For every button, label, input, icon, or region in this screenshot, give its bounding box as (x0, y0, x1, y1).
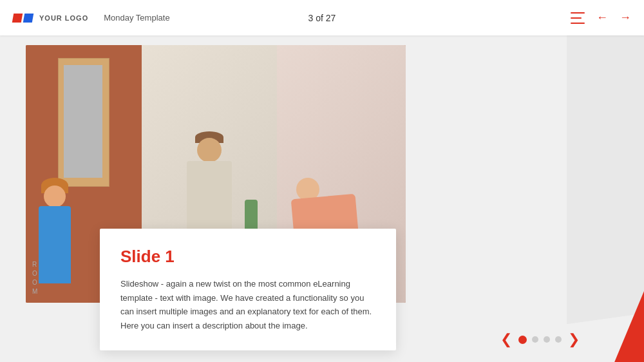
dot-1[interactable] (518, 336, 527, 344)
next-slide-button[interactable]: ❯ (568, 331, 580, 348)
slide-title: Slide 1 (120, 247, 375, 267)
logo-area: YOUR LOGO Monday Template (13, 13, 170, 23)
logo-square-blue (23, 14, 33, 23)
person-left-head (44, 186, 66, 207)
menu-icon[interactable] (571, 12, 585, 24)
person-left-body (39, 206, 71, 283)
header-controls: ← → (571, 11, 631, 24)
dot-3[interactable] (544, 336, 550, 343)
slide-text-card: Slide 1 Slideshow - again a new twist on… (100, 229, 396, 350)
dot-2[interactable] (532, 336, 538, 343)
prev-slide-header-button[interactable]: ← (596, 11, 608, 24)
person-middle-head (197, 138, 222, 162)
dot-navigation: ❮ ❯ (500, 331, 580, 348)
logo-square-red (12, 14, 23, 23)
dot-4[interactable] (555, 336, 562, 343)
room-label: ROOM (32, 260, 37, 296)
main-content: ROOM Slide (0, 35, 644, 362)
slide-counter: 3 of 27 (308, 13, 336, 23)
template-title: Monday Template (104, 13, 169, 23)
prev-slide-button[interactable]: ❮ (500, 331, 512, 348)
logo-icon (13, 14, 33, 23)
deco-light-shape (567, 35, 644, 324)
booth-interior (64, 65, 102, 178)
next-slide-header-button[interactable]: → (620, 11, 631, 24)
right-decoration (567, 35, 644, 362)
logo-text: YOUR LOGO (39, 14, 88, 22)
slide-dots (518, 336, 562, 344)
header: YOUR LOGO Monday Template 3 of 27 ← → (0, 0, 644, 35)
booth-structure (58, 58, 109, 187)
slide-body: Slideshow - again a new twist on the mos… (120, 277, 375, 332)
